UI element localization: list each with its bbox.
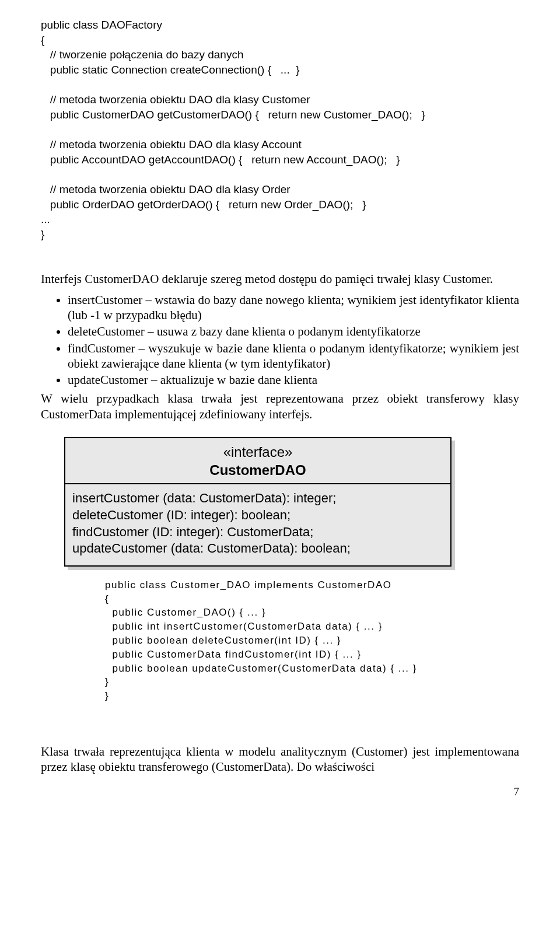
list-item: deleteCustomer – usuwa z bazy dane klien… [68, 324, 519, 339]
list-item: updateCustomer – aktualizuje w bazie dan… [68, 372, 519, 387]
document-page: public class DAOFactory { // tworzenie p… [0, 0, 560, 816]
closing-paragraph: Klasa trwała reprezentująca klienta w mo… [41, 744, 519, 775]
code-line: public boolean updateCustomer(CustomerDa… [105, 663, 417, 674]
after-list-paragraph: W wielu przypadkach klasa trwała jest re… [41, 391, 519, 422]
code-line: { [41, 34, 44, 46]
uml-operation: updateCustomer (data: CustomerData): boo… [72, 540, 443, 557]
code-line: // tworzenie połączenia do bazy danych [41, 48, 243, 61]
code-line: } [105, 676, 109, 687]
uml-operation: insertCustomer (data: CustomerData): int… [72, 490, 443, 507]
code-line: } [105, 690, 109, 701]
uml-interface-box: «interface» CustomerDAO insertCustomer (… [64, 437, 452, 567]
page-number: 7 [41, 785, 519, 798]
code-line: public class DAOFactory [41, 19, 162, 31]
code-line: public OrderDAO getOrderDAO() { return n… [41, 198, 366, 211]
uml-interface-name: CustomerDAO [70, 462, 446, 479]
code-line: // metoda tworzenia obiektu DAO dla klas… [41, 183, 290, 195]
uml-operation: findCustomer (ID: integer): CustomerData… [72, 524, 443, 541]
code-line: public CustomerData findCustomer(int ID)… [105, 649, 362, 660]
list-item: findCustomer – wyszukuje w bazie dane kl… [68, 341, 519, 372]
code-line: public static Connection createConnectio… [41, 64, 300, 76]
code-line: { [105, 593, 109, 604]
code-line: public Customer_DAO() { ... } [105, 607, 266, 618]
code-line: public class Customer_DAO implements Cus… [105, 579, 391, 590]
code-line: // metoda tworzenia obiektu DAO dla klas… [41, 138, 302, 151]
uml-diagram-wrap: «interface» CustomerDAO insertCustomer (… [64, 437, 519, 567]
code-block-daofactory: public class DAOFactory { // tworzenie p… [41, 18, 519, 242]
uml-operations: insertCustomer (data: CustomerData): int… [65, 484, 450, 565]
code-line: public CustomerDAO getCustomerDAO() { re… [41, 109, 425, 121]
list-item: insertCustomer – wstawia do bazy dane no… [68, 292, 519, 323]
code-line: public AccountDAO getAccountDAO() { retu… [41, 153, 400, 166]
method-list: insertCustomer – wstawia do bazy dane no… [41, 292, 519, 388]
uml-operation: deleteCustomer (ID: integer): boolean; [72, 507, 443, 524]
code-block-customer-dao-impl: public class Customer_DAO implements Cus… [105, 578, 519, 703]
code-line: ... [41, 213, 50, 225]
intro-paragraph: Interfejs CustomerDAO deklaruje szereg m… [41, 271, 519, 286]
code-line: public int insertCustomer(CustomerData d… [105, 621, 383, 632]
uml-stereotype: «interface» [70, 444, 446, 461]
uml-header: «interface» CustomerDAO [65, 438, 450, 485]
code-line: // metoda tworzenia obiektu DAO dla klas… [41, 93, 310, 106]
code-line: } [41, 228, 44, 240]
code-line: public boolean deleteCustomer(int ID) { … [105, 635, 341, 646]
